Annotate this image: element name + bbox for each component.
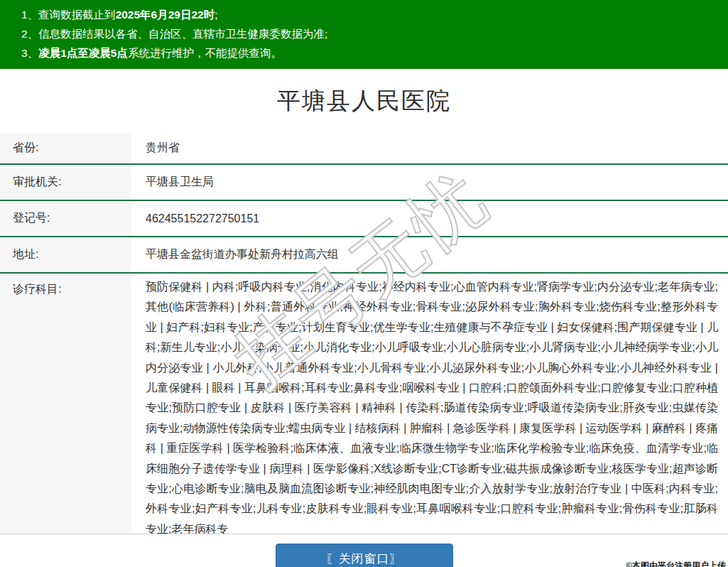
row-label-approval-authority: 审批机关: [0, 165, 131, 200]
notice-line-1: 1、查询数据截止到2025年6月29日22时; [21, 5, 721, 24]
notice-3-suffix: 系统进行维护，不能提供查询。 [128, 47, 282, 59]
row-value-address: 平塘县金盆街道办事处新舟村拉高六组 [131, 247, 728, 262]
row-label-province: 省份: [0, 133, 131, 163]
row-label-departments: 诊疗科目: [0, 274, 131, 534]
notice-1-text: 1、查询数据截止到 [21, 9, 116, 21]
notice-line-2: 2、信息数据结果以各省、自治区、直辖市卫生健康委数据为准; [21, 24, 721, 43]
footer: 〖关闭窗口〗 ©本图由平台注册用户上传 [0, 544, 728, 567]
info-table: 省份: 贵州省 审批机关: 平塘县卫生局 登记号: 46245515227275… [0, 133, 728, 534]
table-row-province: 省份: 贵州省 [0, 133, 728, 165]
table-row-registration-number: 登记号: 462455152272750151 [0, 201, 728, 237]
notice-2-text: 2、信息数据结果以各省、自治区、直辖市卫生健康委数据为准; [21, 28, 327, 40]
table-row-departments: 诊疗科目: 预防保健科 | 内科;呼吸内科专业;消化内科专业;神经内科专业;心血… [0, 274, 728, 534]
table-row-address: 地址: 平塘县金盆街道办事处新舟村拉高六组 [0, 237, 728, 274]
table-row-approval-authority: 审批机关: 平塘县卫生局 [0, 165, 728, 201]
notice-3-bold: 凌晨1点至凌晨5点 [38, 47, 128, 59]
row-value-approval-authority: 平塘县卫生局 [131, 175, 728, 190]
image-credit: ©本图由平台注册用户上传 [626, 560, 726, 567]
notice-line-3: 3、凌晨1点至凌晨5点系统进行维护，不能提供查询。 [21, 43, 721, 63]
page: 1、查询数据截止到2025年6月29日22时; 2、信息数据结果以各省、自治区、… [0, 0, 728, 567]
row-label-registration-number: 登记号: [0, 201, 131, 236]
page-title: 平塘县人民医院 [0, 69, 728, 133]
notice-1-suffix: ; [214, 9, 217, 21]
close-window-button[interactable]: 〖关闭窗口〗 [276, 544, 453, 567]
notice-banner: 1、查询数据截止到2025年6月29日22时; 2、信息数据结果以各省、自治区、… [0, 0, 728, 69]
notice-1-bold: 2025年6月29日22时 [116, 9, 215, 21]
notice-3-text: 3、 [21, 47, 38, 59]
row-label-address: 地址: [0, 237, 131, 272]
row-value-departments: 预防保健科 | 内科;呼吸内科专业;消化内科专业;神经内科专业;心血管内科专业;… [131, 274, 728, 534]
row-value-province: 贵州省 [131, 141, 728, 156]
row-value-registration-number: 462455152272750151 [131, 212, 728, 225]
